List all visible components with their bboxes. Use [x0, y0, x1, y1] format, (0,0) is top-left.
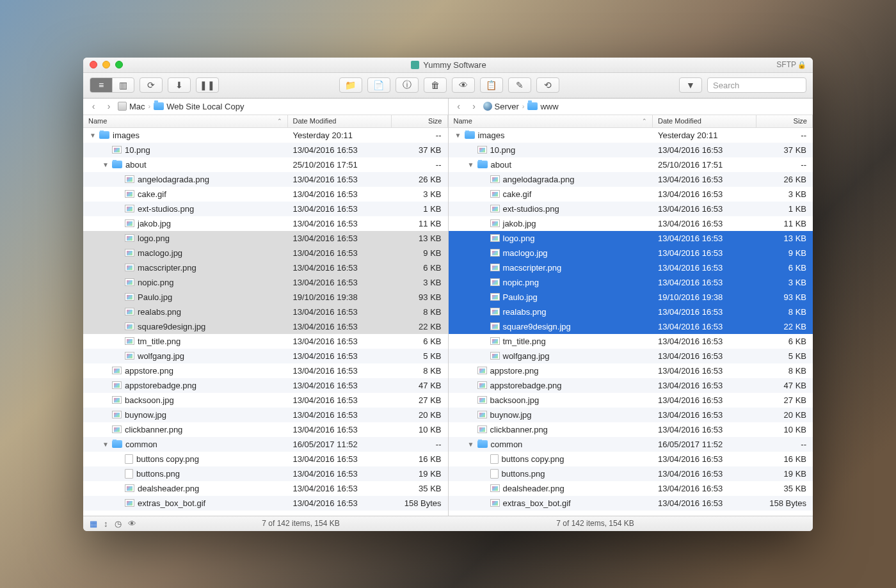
forward-button[interactable]: › [468, 101, 481, 111]
preview-icon[interactable]: 👁 [128, 519, 136, 528]
file-row[interactable]: backsoon.jpg13/04/2016 16:5327 KB [83, 393, 448, 408]
file-row[interactable]: appstore.png13/04/2016 16:538 KB [83, 363, 448, 378]
file-row[interactable]: appstorebadge.png13/04/2016 16:5347 KB [449, 378, 813, 393]
split-panes: ‹ › Mac › Web Site Local Copy Name⌃ Date… [83, 99, 813, 516]
file-row[interactable]: buynow.jpg13/04/2016 16:5320 KB [449, 408, 813, 422]
file-row[interactable]: ▼common16/05/2017 11:52-- [449, 437, 813, 452]
file-row[interactable]: square9design.jpg13/04/2016 16:5322 KB [449, 319, 813, 334]
view-mode-segmented[interactable]: ≡ ▥ [90, 77, 134, 93]
file-row[interactable]: backsoon.jpg13/04/2016 16:5327 KB [449, 393, 813, 408]
download-button[interactable]: ⬇ [168, 77, 191, 93]
file-row[interactable]: nopic.png13/04/2016 16:533 KB [83, 275, 448, 290]
view-columns-icon[interactable]: ▥ [112, 78, 134, 92]
sidebar-toggle-icon[interactable]: ▦ [90, 519, 97, 528]
transfer-icon[interactable]: ↕ [104, 519, 108, 528]
file-row[interactable]: logo.png13/04/2016 16:5313 KB [83, 231, 448, 246]
file-row[interactable]: ▼common16/05/2017 11:52-- [83, 437, 448, 452]
file-row[interactable]: appstorebadge.png13/04/2016 16:5347 KB [83, 378, 448, 393]
file-row[interactable]: dealsheader.png13/04/2016 16:5335 KB [83, 481, 448, 496]
file-date: 13/04/2016 16:53 [288, 381, 392, 390]
path-root[interactable]: Mac [118, 102, 145, 111]
file-date: 13/04/2016 16:53 [653, 175, 756, 184]
new-file-button[interactable]: 📄 [367, 77, 390, 93]
file-row[interactable]: cake.gif13/04/2016 16:533 KB [83, 187, 448, 202]
file-row[interactable]: ▼about25/10/2016 17:51-- [83, 157, 448, 172]
file-row[interactable]: angelodagrada.png13/04/2016 16:5326 KB [449, 172, 813, 187]
file-row[interactable]: buttons.png13/04/2016 16:5319 KB [449, 466, 813, 481]
file-row[interactable]: buynow.jpg13/04/2016 16:5320 KB [83, 408, 448, 422]
image-icon [490, 337, 500, 345]
sync-button[interactable]: ⟲ [536, 77, 559, 93]
file-row[interactable]: maclogo.jpg13/04/2016 16:539 KB [449, 246, 813, 260]
column-name[interactable]: Name⌃ [449, 115, 653, 127]
file-row[interactable]: jakob.jpg13/04/2016 16:5311 KB [449, 216, 813, 231]
file-row[interactable]: 10.png13/04/2016 16:5337 KB [449, 143, 813, 157]
disclosure-triangle-icon[interactable]: ▼ [455, 132, 461, 139]
file-row[interactable]: buttons copy.png13/04/2016 16:5316 KB [449, 452, 813, 466]
file-row[interactable]: 10.png13/04/2016 16:5337 KB [83, 143, 448, 157]
image-icon [490, 308, 500, 315]
file-row[interactable]: cake.gif13/04/2016 16:533 KB [449, 187, 813, 202]
pause-button[interactable]: ❚❚ [196, 77, 219, 93]
back-button[interactable]: ‹ [452, 101, 465, 111]
back-button[interactable]: ‹ [87, 101, 100, 111]
view-list-icon[interactable]: ≡ [90, 78, 112, 92]
file-row[interactable]: jakob.jpg13/04/2016 16:5311 KB [83, 216, 448, 231]
file-row[interactable]: clickbanner.png13/04/2016 16:5310 KB [449, 422, 813, 437]
file-row[interactable]: extras_box_bot.gif13/04/2016 16:53158 By… [449, 496, 813, 511]
file-row[interactable]: ▼imagesYesterday 20:11-- [449, 128, 813, 143]
edit-button[interactable]: ✎ [508, 77, 531, 93]
file-row[interactable]: extras_box_bot.gif13/04/2016 16:53158 By… [83, 496, 448, 511]
info-button[interactable]: ⓘ [396, 77, 419, 93]
file-row[interactable]: Paulo.jpg19/10/2016 19:3893 KB [449, 290, 813, 305]
file-row[interactable]: ▼about25/10/2016 17:51-- [449, 157, 813, 172]
column-date[interactable]: Date Modified [653, 115, 756, 127]
disclosure-triangle-icon[interactable]: ▼ [468, 161, 474, 168]
column-date[interactable]: Date Modified [288, 115, 392, 127]
path-folder[interactable]: www [527, 102, 558, 111]
file-name: logo.png [503, 234, 535, 243]
file-row[interactable]: tm_title.png13/04/2016 16:536 KB [449, 334, 813, 349]
copy-button[interactable]: 📋 [480, 77, 503, 93]
file-row[interactable]: angelodagrada.png13/04/2016 16:5326 KB [83, 172, 448, 187]
file-row[interactable]: ext-studios.png13/04/2016 16:531 KB [449, 202, 813, 216]
file-row[interactable]: maclogo.jpg13/04/2016 16:539 KB [83, 246, 448, 260]
delete-button[interactable]: 🗑 [424, 77, 447, 93]
forward-button[interactable]: › [102, 101, 115, 111]
column-size[interactable]: Size [392, 115, 448, 127]
search-input[interactable]: Search [707, 77, 806, 93]
disclosure-triangle-icon[interactable]: ▼ [102, 441, 109, 448]
file-row[interactable]: square9design.jpg13/04/2016 16:5322 KB [83, 319, 448, 334]
file-row[interactable]: tm_title.png13/04/2016 16:536 KB [83, 334, 448, 349]
file-row[interactable]: realabs.png13/04/2016 16:538 KB [83, 305, 448, 319]
column-size[interactable]: Size [756, 115, 813, 127]
left-file-list[interactable]: ▼imagesYesterday 20:11--10.png13/04/2016… [83, 128, 448, 516]
file-row[interactable]: realabs.png13/04/2016 16:538 KB [449, 305, 813, 319]
history-icon[interactable]: ◷ [115, 519, 122, 528]
file-row[interactable]: macscripter.png13/04/2016 16:536 KB [83, 260, 448, 275]
file-row[interactable]: appstore.png13/04/2016 16:538 KB [449, 363, 813, 378]
file-row[interactable]: buttons copy.png13/04/2016 16:5316 KB [83, 452, 448, 466]
filter-button[interactable]: ▼ [679, 77, 702, 93]
refresh-button[interactable]: ⟳ [140, 77, 163, 93]
file-row[interactable]: Paulo.jpg19/10/2016 19:3893 KB [83, 290, 448, 305]
path-root[interactable]: Server [483, 102, 519, 111]
path-folder[interactable]: Web Site Local Copy [154, 102, 244, 111]
file-row[interactable]: buttons.png13/04/2016 16:5319 KB [83, 466, 448, 481]
file-row[interactable]: clickbanner.png13/04/2016 16:5310 KB [83, 422, 448, 437]
file-row[interactable]: macscripter.png13/04/2016 16:536 KB [449, 260, 813, 275]
quicklook-button[interactable]: 👁 [452, 77, 475, 93]
disclosure-triangle-icon[interactable]: ▼ [102, 161, 109, 168]
file-row[interactable]: logo.png13/04/2016 16:5313 KB [449, 231, 813, 246]
disclosure-triangle-icon[interactable]: ▼ [468, 441, 474, 448]
new-folder-button[interactable]: 📁 [339, 77, 362, 93]
file-row[interactable]: wolfgang.jpg13/04/2016 16:535 KB [83, 349, 448, 363]
right-file-list[interactable]: ▼imagesYesterday 20:11--10.png13/04/2016… [449, 128, 813, 516]
file-row[interactable]: dealsheader.png13/04/2016 16:5335 KB [449, 481, 813, 496]
file-row[interactable]: wolfgang.jpg13/04/2016 16:535 KB [449, 349, 813, 363]
file-row[interactable]: nopic.png13/04/2016 16:533 KB [449, 275, 813, 290]
file-row[interactable]: ext-studios.png13/04/2016 16:531 KB [83, 202, 448, 216]
column-name[interactable]: Name⌃ [83, 115, 288, 127]
disclosure-triangle-icon[interactable]: ▼ [90, 132, 96, 139]
file-row[interactable]: ▼imagesYesterday 20:11-- [83, 128, 448, 143]
